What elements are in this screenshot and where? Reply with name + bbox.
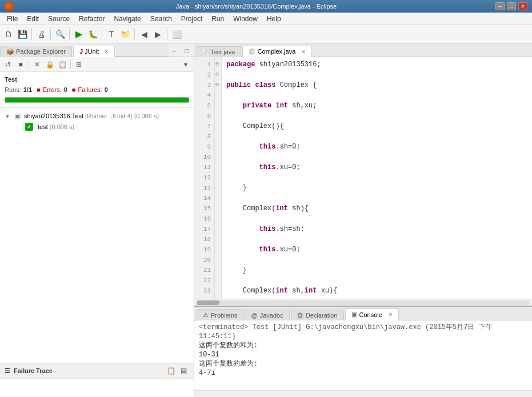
problems-icon: ⚠ — [203, 311, 209, 319]
tree-item-shiyan[interactable]: ▼ ▣ shiyan20135316.Test [Runner: JUnit 4… — [0, 110, 194, 122]
maximize-panel-button[interactable]: □ — [181, 45, 193, 57]
declaration-label: Declaration — [306, 312, 338, 319]
tab-declaration[interactable]: D Declaration — [291, 310, 344, 320]
maximize-button[interactable]: □ — [507, 2, 516, 10]
test-java-label: Test.java — [210, 49, 235, 55]
minimize-panel-button[interactable]: ─ — [169, 45, 180, 57]
maximize-view-button[interactable]: ⬜ — [170, 28, 183, 41]
test-tree[interactable]: ▼ ▣ shiyan20135316.Test [Runner: JUnit 4… — [0, 108, 194, 363]
toolbar-sep-1 — [31, 29, 32, 40]
failure-trace-header: ☰ Failure Trace 📋 ▤ — [0, 363, 194, 379]
tab-test-java[interactable]: J Test.java — [197, 46, 241, 57]
debug-button[interactable]: 🐛 — [86, 28, 99, 41]
runs-label: Runs: — [5, 86, 21, 93]
package-explorer-tab-label: 📦 Package Explorer — [6, 48, 66, 55]
runner-label: [Runner: JUnit 4] — [85, 113, 133, 119]
tab-javadoc[interactable]: @ Javadoc — [245, 310, 289, 320]
test-ok-icon: ✓ — [25, 123, 33, 131]
right-panel: J Test.java C Complex.java ✕ 1234 5678 9… — [194, 43, 532, 397]
fold-gutter: ⊖ ⊖ ⊖ — [215, 57, 222, 299]
tab-junit[interactable]: J JUnit ✕ — [73, 46, 115, 57]
view-menu-button[interactable]: ▾ — [180, 59, 191, 70]
toolbar-sep — [29, 60, 29, 69]
code-editor: 1234 5678 9101112 13141516 17181920 2122… — [194, 57, 532, 306]
console-content: <terminated> Test [JUnit] G:\javachengxu… — [194, 320, 532, 390]
test-name: test — [38, 123, 48, 130]
menu-bar: File Edit Source Refactor Navigate Searc… — [0, 13, 532, 25]
layout-toggle[interactable]: ⊞ — [73, 59, 85, 70]
code-horizontal-scrollbar[interactable] — [194, 299, 532, 306]
minimize-button[interactable]: ─ — [495, 2, 505, 10]
rerun-button[interactable]: ↺ — [2, 59, 14, 70]
javadoc-icon: @ — [251, 312, 257, 319]
console-output-line-1: 这两个复数的和为: — [199, 341, 527, 350]
javadoc-label: Javadoc — [260, 312, 283, 319]
search-button[interactable]: 🔍 — [54, 28, 66, 41]
menu-search[interactable]: Search — [146, 14, 177, 24]
code-content[interactable]: package shiyan20135316; public class Com… — [222, 57, 532, 299]
junit-tab-close[interactable]: ✕ — [104, 49, 109, 55]
prev-edit-button[interactable]: ◀ — [138, 28, 150, 41]
complex-tab-close[interactable]: ✕ — [301, 49, 306, 55]
runs-stat: Runs: 1/1 — [5, 86, 32, 93]
menu-source[interactable]: Source — [43, 14, 74, 24]
toolbar-sep-2 — [50, 29, 51, 40]
expand-icon: ▼ — [5, 113, 11, 119]
window-controls: ─ □ ✕ — [495, 2, 527, 10]
error-icon: ■ — [37, 86, 41, 93]
menu-file[interactable]: File — [2, 14, 22, 24]
menu-run[interactable]: Run — [207, 14, 229, 24]
junit-tab-label: JUnit — [85, 48, 99, 55]
hscroll-track[interactable] — [197, 300, 530, 305]
test-method-label: test (0.006 s) — [38, 123, 74, 130]
code-area[interactable]: 1234 5678 9101112 13141516 17181920 2122… — [194, 57, 532, 299]
print-button[interactable]: 🖨 — [35, 28, 47, 41]
window-title: Java - shiyan/src/shiyan20135316/Complex… — [17, 3, 495, 10]
toolbar-sep-5 — [134, 29, 135, 40]
menu-window[interactable]: Window — [229, 14, 262, 24]
tab-package-explorer[interactable]: 📦 Package Explorer — [0, 46, 72, 57]
tree-item-test[interactable]: ✓ test (0.006 s) — [0, 122, 194, 132]
tab-complex-java[interactable]: C Complex.java ✕ — [242, 46, 312, 57]
junit-toolbar: ↺ ■ ✕ 🔒 📋 ⊞ ▾ — [0, 57, 194, 72]
tab-problems[interactable]: ⚠ Problems — [197, 309, 243, 320]
save-button[interactable]: 💾 — [16, 28, 29, 41]
test-suite-icon: ▣ — [13, 111, 22, 121]
bottom-panel: ⚠ Problems @ Javadoc D Declaration ▣ Con… — [194, 306, 532, 397]
menu-edit[interactable]: Edit — [22, 14, 43, 24]
failure-trace-section: ☰ Failure Trace 📋 ▤ — [0, 363, 194, 397]
copy-trace-button[interactable]: 📋 — [165, 365, 177, 376]
tree-item-label: shiyan20135316.Test [Runner: JUnit 4] (0… — [24, 113, 159, 119]
next-edit-button[interactable]: ▶ — [151, 28, 164, 41]
menu-refactor[interactable]: Refactor — [74, 14, 109, 24]
run-button[interactable]: ▶ — [73, 28, 85, 41]
test-time: (0.006 s) — [50, 123, 74, 130]
open-resource-button[interactable]: 📁 — [119, 28, 131, 41]
main-toolbar: 🗋 💾 🖨 🔍 ▶ 🐛 T 📁 ◀ ▶ ⬜ — [0, 25, 532, 43]
editor-tabs: J Test.java C Complex.java ✕ — [194, 43, 532, 57]
progress-bar-container — [5, 97, 189, 103]
stop-button[interactable]: ■ — [15, 59, 26, 70]
close-button[interactable]: ✕ — [518, 2, 527, 10]
menu-help[interactable]: Help — [262, 14, 286, 24]
hscroll-thumb[interactable] — [197, 300, 219, 305]
console-output-line-2: 10-3i — [199, 350, 527, 359]
menu-project[interactable]: Project — [177, 14, 207, 24]
failures-label: Failures: — [78, 86, 102, 93]
console-icon: ▣ — [351, 311, 357, 318]
console-horizontal-scrollbar[interactable] — [194, 390, 532, 397]
scroll-lock[interactable]: 🔒 — [44, 59, 55, 70]
tab-console[interactable]: ▣ Console ✕ — [345, 308, 399, 320]
menu-navigate[interactable]: Navigate — [109, 14, 145, 24]
failure-trace-toolbar: 📋 ▤ — [165, 365, 189, 376]
open-type-button[interactable]: T — [105, 28, 118, 41]
progress-bar — [5, 98, 189, 102]
new-button[interactable]: 🗋 — [2, 28, 15, 41]
console-tab-close[interactable]: ✕ — [388, 311, 393, 318]
toolbar-sep-6 — [167, 29, 167, 40]
show-history[interactable]: 📋 — [57, 59, 68, 70]
show-failures-only[interactable]: ✕ — [31, 59, 43, 70]
line-numbers: 1234 5678 9101112 13141516 17181920 2122… — [194, 57, 215, 299]
filter-trace-button[interactable]: ▤ — [178, 365, 189, 376]
failure-trace-icon: ☰ — [5, 367, 10, 375]
